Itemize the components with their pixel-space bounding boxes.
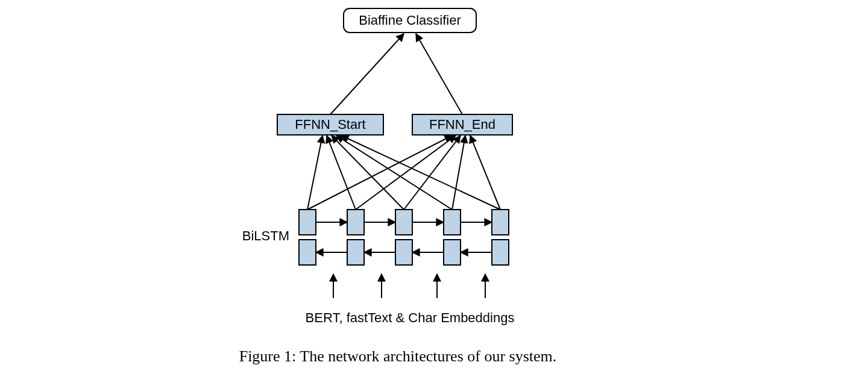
arrow-ffnn-start-to-classifier (330, 34, 404, 114)
bilstm-fwd-cell-4 (444, 210, 461, 235)
svg-line-4 (332, 135, 404, 210)
bilstm-bwd-cell-4 (444, 240, 461, 265)
diagram-stage: Biaffine Classifier FFNN_Start FFNN_End (169, 0, 627, 380)
fc-arrows (307, 135, 500, 210)
bilstm-label: BiLSTM (242, 228, 289, 243)
arrow-ffnn-end-to-classifier (416, 34, 462, 114)
svg-line-0 (307, 135, 322, 210)
bilstm-bwd-cell-2 (347, 240, 364, 265)
bilstm-forward-row (299, 210, 509, 235)
bilstm-bwd-cell-1 (299, 240, 316, 265)
bilstm-fwd-cell-1 (299, 210, 316, 235)
bilstm-fwd-cell-3 (395, 210, 412, 235)
embeddings-label: BERT, fastText & Char Embeddings (306, 310, 515, 325)
svg-line-6 (336, 135, 452, 210)
svg-line-5 (404, 135, 461, 210)
svg-line-9 (470, 135, 500, 210)
svg-line-2 (327, 135, 356, 210)
architecture-diagram: Biaffine Classifier FFNN_Start FFNN_End (169, 0, 627, 380)
bilstm-bwd-cell-3 (395, 240, 412, 265)
bilstm-backward-row (299, 240, 509, 265)
bilstm-fwd-cell-2 (347, 210, 364, 235)
biaffine-classifier-label: Biaffine Classifier (359, 13, 461, 28)
svg-line-7 (452, 135, 465, 210)
figure-caption: Figure 1: The network architectures of o… (239, 347, 557, 365)
svg-line-1 (307, 135, 452, 210)
bilstm-fwd-cell-5 (492, 210, 509, 235)
input-arrows (333, 274, 485, 298)
ffnn-start-label: FFNN_Start (295, 117, 365, 132)
svg-line-3 (356, 135, 456, 210)
bilstm-bwd-cell-5 (492, 240, 509, 265)
ffnn-end-label: FFNN_End (429, 117, 495, 132)
svg-line-8 (341, 135, 500, 210)
